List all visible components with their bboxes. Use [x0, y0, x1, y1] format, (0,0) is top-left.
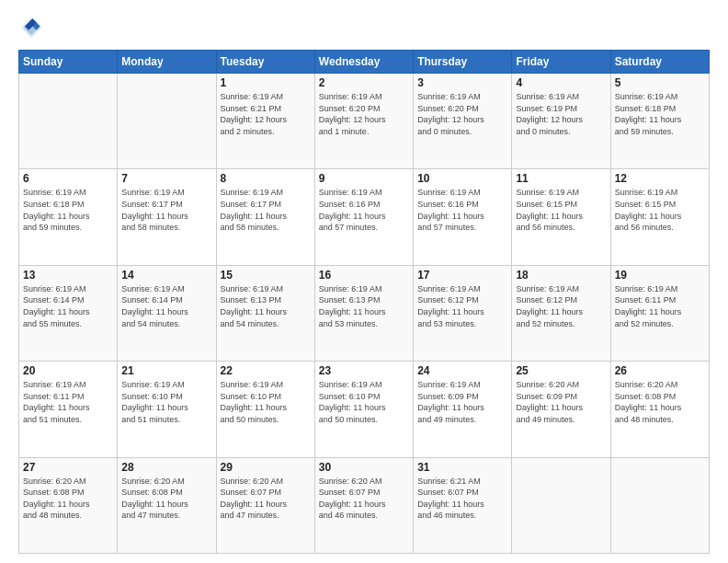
calendar-cell: 28Sunrise: 6:20 AM Sunset: 6:08 PM Dayli…	[118, 457, 216, 553]
day-number: 5	[615, 76, 705, 89]
day-number: 25	[516, 364, 606, 377]
day-number: 16	[319, 269, 409, 282]
day-info: Sunrise: 6:19 AM Sunset: 6:10 PM Dayligh…	[319, 379, 409, 425]
day-number: 11	[516, 172, 606, 185]
calendar-cell: 8Sunrise: 6:19 AM Sunset: 6:17 PM Daylig…	[216, 169, 314, 265]
calendar-cell: 21Sunrise: 6:19 AM Sunset: 6:10 PM Dayli…	[118, 362, 216, 457]
calendar-cell: 5Sunrise: 6:19 AM Sunset: 6:18 PM Daylig…	[610, 74, 709, 169]
day-info: Sunrise: 6:20 AM Sunset: 6:08 PM Dayligh…	[615, 379, 705, 425]
day-number: 4	[516, 76, 606, 89]
day-number: 8	[221, 172, 311, 185]
day-info: Sunrise: 6:19 AM Sunset: 6:11 PM Dayligh…	[615, 283, 705, 329]
calendar-cell: 3Sunrise: 6:19 AM Sunset: 6:20 PM Daylig…	[414, 74, 512, 169]
day-number: 23	[319, 364, 409, 377]
day-info: Sunrise: 6:19 AM Sunset: 6:19 PM Dayligh…	[516, 91, 606, 137]
calendar-cell: 4Sunrise: 6:19 AM Sunset: 6:19 PM Daylig…	[512, 74, 610, 169]
day-number: 28	[121, 461, 211, 474]
day-info: Sunrise: 6:19 AM Sunset: 6:15 PM Dayligh…	[615, 187, 705, 233]
day-info: Sunrise: 6:19 AM Sunset: 6:14 PM Dayligh…	[23, 283, 113, 329]
day-number: 10	[417, 172, 507, 185]
day-number: 26	[615, 364, 705, 377]
calendar-cell: 10Sunrise: 6:19 AM Sunset: 6:16 PM Dayli…	[414, 169, 512, 265]
day-number: 12	[615, 172, 705, 185]
calendar-cell: 27Sunrise: 6:20 AM Sunset: 6:08 PM Dayli…	[19, 457, 118, 553]
day-info: Sunrise: 6:19 AM Sunset: 6:09 PM Dayligh…	[417, 379, 507, 425]
calendar-cell: 31Sunrise: 6:21 AM Sunset: 6:07 PM Dayli…	[414, 457, 512, 553]
day-number: 17	[417, 269, 507, 282]
day-number: 18	[516, 269, 606, 282]
day-info: Sunrise: 6:20 AM Sunset: 6:09 PM Dayligh…	[516, 379, 606, 425]
day-info: Sunrise: 6:19 AM Sunset: 6:18 PM Dayligh…	[615, 91, 705, 137]
day-info: Sunrise: 6:19 AM Sunset: 6:18 PM Dayligh…	[23, 187, 113, 233]
day-number: 29	[221, 461, 311, 474]
day-info: Sunrise: 6:20 AM Sunset: 6:07 PM Dayligh…	[221, 476, 311, 522]
calendar-cell: 2Sunrise: 6:19 AM Sunset: 6:20 PM Daylig…	[314, 74, 413, 169]
calendar-cell: 15Sunrise: 6:19 AM Sunset: 6:13 PM Dayli…	[216, 265, 314, 361]
day-number: 15	[221, 269, 311, 282]
calendar-cell	[19, 74, 118, 169]
calendar-cell: 14Sunrise: 6:19 AM Sunset: 6:14 PM Dayli…	[118, 265, 216, 361]
calendar-cell: 23Sunrise: 6:19 AM Sunset: 6:10 PM Dayli…	[314, 362, 413, 457]
day-header-monday: Monday	[118, 51, 216, 74]
calendar-cell: 25Sunrise: 6:20 AM Sunset: 6:09 PM Dayli…	[512, 362, 610, 457]
calendar-cell: 6Sunrise: 6:19 AM Sunset: 6:18 PM Daylig…	[19, 169, 118, 265]
logo	[18, 15, 48, 40]
day-info: Sunrise: 6:19 AM Sunset: 6:10 PM Dayligh…	[221, 379, 311, 425]
day-info: Sunrise: 6:21 AM Sunset: 6:07 PM Dayligh…	[417, 476, 507, 522]
day-info: Sunrise: 6:19 AM Sunset: 6:16 PM Dayligh…	[417, 187, 507, 233]
calendar-cell: 11Sunrise: 6:19 AM Sunset: 6:15 PM Dayli…	[512, 169, 610, 265]
calendar-cell: 7Sunrise: 6:19 AM Sunset: 6:17 PM Daylig…	[118, 169, 216, 265]
calendar-cell: 26Sunrise: 6:20 AM Sunset: 6:08 PM Dayli…	[610, 362, 709, 457]
day-header-tuesday: Tuesday	[216, 51, 314, 74]
day-number: 31	[417, 461, 507, 474]
calendar-cell: 22Sunrise: 6:19 AM Sunset: 6:10 PM Dayli…	[216, 362, 314, 457]
calendar-cell: 16Sunrise: 6:19 AM Sunset: 6:13 PM Dayli…	[314, 265, 413, 361]
day-number: 14	[121, 269, 211, 282]
day-info: Sunrise: 6:19 AM Sunset: 6:17 PM Dayligh…	[121, 187, 211, 233]
day-info: Sunrise: 6:19 AM Sunset: 6:15 PM Dayligh…	[516, 187, 606, 233]
day-number: 3	[417, 76, 507, 89]
day-info: Sunrise: 6:19 AM Sunset: 6:11 PM Dayligh…	[23, 379, 113, 425]
day-info: Sunrise: 6:19 AM Sunset: 6:12 PM Dayligh…	[516, 283, 606, 329]
day-header-sunday: Sunday	[19, 51, 118, 74]
calendar-cell: 18Sunrise: 6:19 AM Sunset: 6:12 PM Dayli…	[512, 265, 610, 361]
calendar-cell: 29Sunrise: 6:20 AM Sunset: 6:07 PM Dayli…	[216, 457, 314, 553]
day-info: Sunrise: 6:20 AM Sunset: 6:08 PM Dayligh…	[23, 476, 113, 522]
day-number: 20	[23, 364, 113, 377]
day-info: Sunrise: 6:19 AM Sunset: 6:12 PM Dayligh…	[417, 283, 507, 329]
day-info: Sunrise: 6:19 AM Sunset: 6:21 PM Dayligh…	[221, 91, 311, 137]
day-info: Sunrise: 6:19 AM Sunset: 6:20 PM Dayligh…	[417, 91, 507, 137]
calendar-cell: 24Sunrise: 6:19 AM Sunset: 6:09 PM Dayli…	[414, 362, 512, 457]
day-number: 6	[23, 172, 113, 185]
day-number: 2	[319, 76, 409, 89]
calendar-table: SundayMondayTuesdayWednesdayThursdayFrid…	[18, 50, 710, 554]
calendar-cell: 1Sunrise: 6:19 AM Sunset: 6:21 PM Daylig…	[216, 74, 314, 169]
day-info: Sunrise: 6:19 AM Sunset: 6:13 PM Dayligh…	[319, 283, 409, 329]
logo-icon	[18, 15, 44, 40]
calendar-cell: 17Sunrise: 6:19 AM Sunset: 6:12 PM Dayli…	[414, 265, 512, 361]
calendar-cell: 20Sunrise: 6:19 AM Sunset: 6:11 PM Dayli…	[19, 362, 118, 457]
day-number: 27	[23, 461, 113, 474]
day-number: 9	[319, 172, 409, 185]
day-info: Sunrise: 6:19 AM Sunset: 6:17 PM Dayligh…	[221, 187, 311, 233]
day-number: 7	[121, 172, 211, 185]
day-number: 30	[319, 461, 409, 474]
day-number: 24	[417, 364, 507, 377]
day-header-wednesday: Wednesday	[314, 51, 413, 74]
calendar-cell: 30Sunrise: 6:20 AM Sunset: 6:07 PM Dayli…	[314, 457, 413, 553]
day-header-friday: Friday	[512, 51, 610, 74]
page: SundayMondayTuesdayWednesdayThursdayFrid…	[0, 0, 728, 563]
day-number: 19	[615, 269, 705, 282]
calendar-cell: 13Sunrise: 6:19 AM Sunset: 6:14 PM Dayli…	[19, 265, 118, 361]
day-info: Sunrise: 6:19 AM Sunset: 6:13 PM Dayligh…	[221, 283, 311, 329]
calendar-cell: 9Sunrise: 6:19 AM Sunset: 6:16 PM Daylig…	[314, 169, 413, 265]
day-number: 1	[221, 76, 311, 89]
calendar-cell: 19Sunrise: 6:19 AM Sunset: 6:11 PM Dayli…	[610, 265, 709, 361]
day-number: 13	[23, 269, 113, 282]
day-header-saturday: Saturday	[610, 51, 709, 74]
calendar-cell	[610, 457, 709, 553]
day-number: 22	[221, 364, 311, 377]
day-info: Sunrise: 6:19 AM Sunset: 6:16 PM Dayligh…	[319, 187, 409, 233]
day-info: Sunrise: 6:19 AM Sunset: 6:14 PM Dayligh…	[121, 283, 211, 329]
day-info: Sunrise: 6:19 AM Sunset: 6:10 PM Dayligh…	[121, 379, 211, 425]
